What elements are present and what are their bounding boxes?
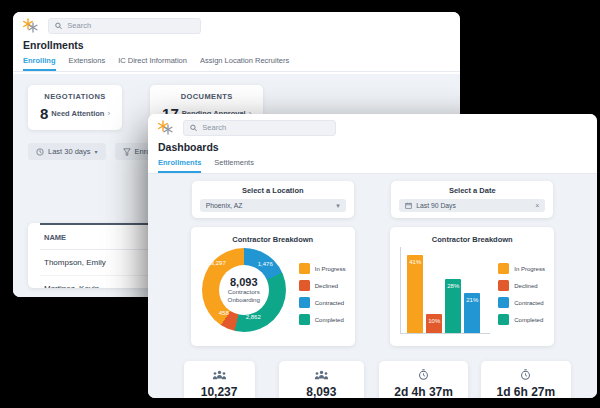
legend-swatch <box>498 280 509 291</box>
stopwatch-icon <box>418 369 429 380</box>
page-title: Enrollments <box>13 37 460 51</box>
dashboards-tabs: Enrollments Settlements <box>148 153 597 174</box>
legend-swatch <box>299 280 310 291</box>
bar-value-label: 10% <box>428 318 440 333</box>
donut-center-label-1: Contractors <box>228 288 260 296</box>
date-range-filter-chip[interactable]: Last 30 days ▾ <box>28 143 106 160</box>
location-select-value: Phoenix, AZ <box>206 202 332 209</box>
date-filter-title: Select a Date <box>399 186 545 195</box>
negotiations-heading: NEGOTIATIONS <box>40 92 110 101</box>
donut-legend: In Progress Declined Contracted <box>299 263 346 325</box>
location-filter-title: Select a Location <box>200 186 346 195</box>
chevron-right-icon: › <box>107 109 110 118</box>
negotiations-card[interactable]: NEGOTIATIONS 8 Need Attention › <box>28 85 122 130</box>
legend-swatch <box>299 297 310 308</box>
bar: 21% <box>464 293 480 333</box>
legend-item: Completed <box>498 314 545 325</box>
segment-label-declined: 458 <box>219 310 229 316</box>
bar: 10% <box>426 314 442 333</box>
search-icon <box>55 22 62 30</box>
bar-value-label: 21% <box>466 297 478 333</box>
legend-label: In Progress <box>514 266 545 272</box>
tab-assign-location-recruiters[interactable]: Assign Location Recruiters <box>200 56 289 71</box>
stat-card-contractors-invited: 10,237 Contractors Invited <box>184 361 255 398</box>
search-bar[interactable] <box>183 120 336 136</box>
legend-item: Declined <box>498 280 545 291</box>
dashboards-content: Select a Location Phoenix, AZ ▾ Select a… <box>148 174 597 398</box>
calendar-icon <box>405 202 412 209</box>
legend-label: Contracted <box>514 300 543 306</box>
chevron-down-icon: ▾ <box>95 148 98 155</box>
bar-chart-card: Contractor Breakdown 41% 10% 28% <box>390 227 554 346</box>
search-input[interactable] <box>67 21 194 30</box>
documents-heading: DOCUMENTS <box>162 92 251 101</box>
clear-icon[interactable]: × <box>535 202 539 209</box>
people-group-icon <box>212 370 227 380</box>
donut-center-value: 8,093 <box>230 276 258 288</box>
segment-label-in-progress: 3,297 <box>211 260 226 266</box>
legend-label: Completed <box>514 317 543 323</box>
enrollments-appbar <box>13 12 460 37</box>
legend-label: Declined <box>315 283 338 289</box>
donut-chart-card: Contractor Breakdown 3,297 1,476 458 2,8… <box>191 227 355 346</box>
dashboards-window: Dashboards Enrollments Settlements Selec… <box>148 114 597 398</box>
legend-item: Completed <box>299 314 346 325</box>
stat-value: 2d 4h 37m <box>388 385 459 398</box>
bar-value-label: 41% <box>409 259 421 333</box>
stat-value: 8,093 <box>288 385 355 398</box>
date-filter-card: Select a Date Last 90 Days × <box>391 181 553 218</box>
desktop: Enrollments Enrolling Extensions IC Dire… <box>0 0 600 408</box>
legend-label: Completed <box>315 317 344 323</box>
legend-swatch <box>498 297 509 308</box>
legend-item: Contracted <box>498 297 545 308</box>
donut-center-label-2: Onboarding <box>228 296 260 304</box>
location-filter-card: Select a Location Phoenix, AZ ▾ <box>192 181 354 218</box>
legend-swatch <box>498 263 509 274</box>
legend-item: In Progress <box>299 263 346 274</box>
tab-enrollments[interactable]: Enrollments <box>158 158 201 173</box>
clock-icon <box>36 148 44 156</box>
date-select[interactable]: Last 90 Days × <box>399 199 545 212</box>
dashboards-appbar <box>148 114 597 139</box>
location-select[interactable]: Phoenix, AZ ▾ <box>200 199 346 212</box>
tab-ic-direct-information[interactable]: IC Direct Information <box>118 56 187 71</box>
search-bar[interactable] <box>48 18 201 34</box>
stat-value: 10,237 <box>193 385 246 398</box>
app-logo-icon <box>157 119 174 136</box>
legend-item: Contracted <box>299 297 346 308</box>
stat-card-contractors-onboarding: 8,093 Contractors Onboarding <box>279 361 364 398</box>
stopwatch-icon <box>520 369 531 380</box>
segment-label-contracted: 1,476 <box>258 261 273 267</box>
enrollments-tabs: Enrolling Extensions IC Direct Informati… <box>13 51 460 72</box>
bar-chart-title: Contractor Breakdown <box>390 227 554 244</box>
tab-extensions[interactable]: Extensions <box>69 56 106 71</box>
donut-chart-title: Contractor Breakdown <box>191 227 355 244</box>
negotiations-label: Need Attention <box>51 109 104 118</box>
bar-legend: In Progress Declined Contracted <box>498 263 545 325</box>
chevron-down-icon: ▾ <box>336 202 340 210</box>
segment-label-completed: 2,862 <box>246 314 261 320</box>
donut-chart: 3,297 1,476 458 2,862 8,093 Contractors … <box>202 248 286 332</box>
donut-center: 8,093 Contractors Onboarding <box>219 265 269 315</box>
bar-value-label: 28% <box>447 283 459 333</box>
search-icon <box>190 124 197 132</box>
legend-item: In Progress <box>498 263 545 274</box>
app-logo-icon <box>22 17 39 34</box>
stat-value: 1d 6h 27m <box>490 385 561 398</box>
tab-settlements[interactable]: Settlements <box>214 158 254 173</box>
search-input[interactable] <box>202 123 329 132</box>
legend-label: In Progress <box>315 266 346 272</box>
negotiations-count: 8 <box>40 105 48 122</box>
date-select-value: Last 90 Days <box>416 202 531 209</box>
legend-label: Declined <box>514 283 537 289</box>
page-title: Dashboards <box>148 139 597 153</box>
bar-chart: 41% 10% 28% 21% <box>400 247 490 334</box>
date-range-filter-label: Last 30 days <box>48 147 91 156</box>
people-group-icon <box>314 370 329 380</box>
legend-label: Contracted <box>315 300 344 306</box>
filter-icon <box>123 148 131 156</box>
bar: 41% <box>407 255 423 333</box>
legend-swatch <box>299 263 310 274</box>
stat-card-average-enrollment-time: 2d 4h 37m Average Enrollment Time <box>379 361 468 398</box>
tab-enrolling[interactable]: Enrolling <box>23 56 56 71</box>
